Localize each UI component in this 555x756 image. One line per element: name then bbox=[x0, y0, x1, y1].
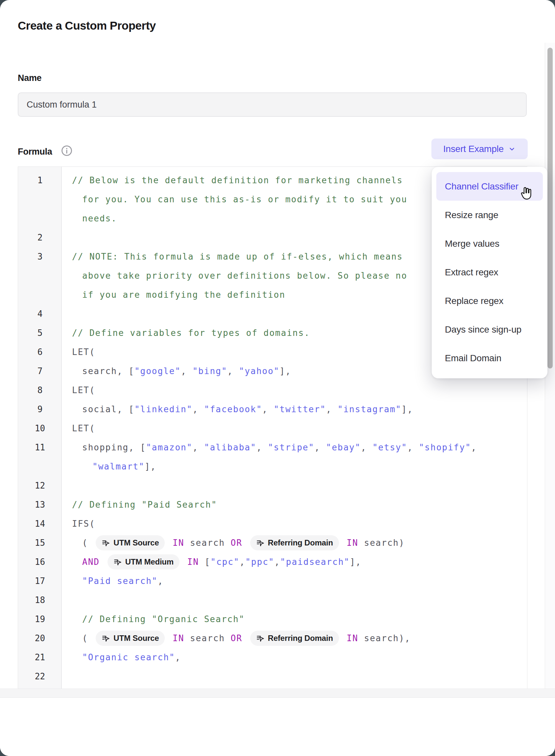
code-text: ], bbox=[401, 404, 413, 414]
token-chip-referring-domain[interactable]: Referring Domain bbox=[250, 631, 339, 646]
code-comment: above take priority over definitions bel… bbox=[82, 271, 408, 281]
code-string: "cpc" bbox=[210, 557, 239, 567]
line-number: 18 bbox=[18, 595, 62, 605]
code-text: , bbox=[193, 404, 204, 414]
line-number: 22 bbox=[18, 671, 62, 681]
menu-item-days-since-sign-up[interactable]: Days since sign-up bbox=[436, 315, 543, 344]
token-chip-utm-source[interactable]: UTM Source bbox=[96, 631, 165, 646]
code-row: 14IFS( bbox=[18, 514, 527, 533]
code-text bbox=[242, 538, 248, 548]
code-string: "instagram" bbox=[338, 404, 401, 414]
line-number: 17 bbox=[18, 576, 62, 586]
code-comment: for you. You can use this as-is or modif… bbox=[82, 194, 408, 204]
code-string: "linkedin" bbox=[134, 404, 193, 414]
code-row: 13// Defining "Paid Search" bbox=[18, 495, 527, 514]
code-comment: if you are modifying the definition bbox=[82, 290, 285, 300]
code-row: 19// Defining "Organic Search" bbox=[18, 609, 527, 629]
menu-item-extract-regex[interactable]: Extract regex bbox=[436, 258, 543, 286]
code-keyword: AND bbox=[82, 557, 100, 567]
token-chip-utm-source[interactable]: UTM Source bbox=[96, 535, 165, 550]
code-row: 12 bbox=[18, 476, 527, 495]
code-row: 9social, ["linkedin", "facebook", "twitt… bbox=[18, 400, 527, 419]
code-text: , bbox=[408, 442, 419, 452]
hand-cursor-icon bbox=[519, 186, 534, 201]
line-number: 6 bbox=[18, 347, 62, 357]
field-token-icon bbox=[114, 558, 122, 566]
line-number: 12 bbox=[18, 481, 62, 490]
formula-label: Formula bbox=[18, 147, 52, 157]
menu-item-merge-values[interactable]: Merge values bbox=[436, 229, 543, 258]
code-text: search bbox=[184, 538, 230, 548]
token-chip-utm-medium[interactable]: UTM Medium bbox=[108, 554, 179, 569]
menu-item-resize-range[interactable]: Resize range bbox=[436, 201, 543, 229]
code-string: "Paid search" bbox=[82, 576, 158, 586]
code-text: [ bbox=[199, 557, 210, 567]
screen: Create a Custom Property Name Formula In… bbox=[0, 0, 555, 756]
code-comment: // NOTE: This formula is made up of if-e… bbox=[72, 252, 403, 262]
editor-bottom-strip bbox=[0, 688, 555, 698]
code-text: social, [ bbox=[82, 404, 134, 414]
line-number: 20 bbox=[18, 633, 62, 643]
code-string: "paidsearch" bbox=[280, 557, 350, 567]
code-text: LET( bbox=[72, 347, 95, 357]
code-row: 21"Organic search", bbox=[18, 648, 527, 667]
code-keyword: OR bbox=[231, 633, 242, 643]
code-text: LET( bbox=[72, 385, 95, 395]
field-token-icon bbox=[101, 634, 110, 642]
line-number: 2 bbox=[18, 233, 62, 242]
code-text: LET( bbox=[72, 424, 95, 433]
code-comment: // Defining "Paid Search" bbox=[72, 500, 217, 510]
code-row: 16AND UTM Medium IN ["cpc","ppc","paidse… bbox=[18, 552, 527, 571]
code-text: , bbox=[274, 557, 280, 567]
line-number: 13 bbox=[18, 500, 62, 510]
code-row: 11shopping, ["amazon", "alibaba", "strip… bbox=[18, 438, 527, 457]
token-chip-label: UTM Medium bbox=[125, 557, 174, 566]
code-string: "amazon" bbox=[146, 442, 193, 452]
code-comment: // Define variables for types of domains… bbox=[72, 328, 310, 338]
code-string: "twitter" bbox=[274, 404, 326, 414]
code-text bbox=[242, 633, 248, 643]
token-chip-label: Referring Domain bbox=[268, 634, 333, 643]
token-chip-referring-domain[interactable]: Referring Domain bbox=[250, 535, 339, 550]
code-text: ], bbox=[350, 557, 361, 567]
code-string: "etsy" bbox=[373, 442, 408, 452]
code-string: "alibaba" bbox=[204, 442, 256, 452]
code-text: , bbox=[314, 442, 326, 452]
code-text: ( bbox=[82, 538, 94, 548]
code-row: 17"Paid search", bbox=[18, 571, 527, 591]
code-text: search bbox=[184, 633, 230, 643]
code-text: search) bbox=[358, 538, 405, 548]
vertical-scrollbar-thumb[interactable] bbox=[547, 48, 553, 368]
insert-example-button[interactable]: Insert Example bbox=[431, 138, 528, 159]
code-row: 20( UTM Source IN search OR Referring Do… bbox=[18, 629, 527, 648]
code-text bbox=[100, 557, 105, 567]
line-number: 10 bbox=[18, 424, 62, 433]
token-chip-label: UTM Source bbox=[114, 538, 159, 548]
line-number: 19 bbox=[18, 614, 62, 624]
code-string: "ppc" bbox=[245, 557, 274, 567]
name-input[interactable] bbox=[18, 92, 527, 117]
code-row: 18 bbox=[18, 591, 527, 609]
info-circle-icon[interactable] bbox=[61, 145, 73, 157]
name-label: Name bbox=[18, 73, 41, 83]
insert-example-label: Insert Example bbox=[443, 144, 504, 154]
code-text: search, [ bbox=[82, 366, 134, 376]
menu-item-replace-regex[interactable]: Replace regex bbox=[436, 286, 543, 315]
menu-item-email-domain[interactable]: Email Domain bbox=[436, 344, 543, 372]
line-number: 9 bbox=[18, 404, 62, 414]
code-text: , bbox=[227, 366, 239, 376]
code-text: IFS( bbox=[72, 519, 95, 529]
token-chip-label: UTM Source bbox=[114, 634, 159, 643]
code-text: search), bbox=[358, 633, 411, 643]
code-keyword: IN bbox=[181, 557, 199, 567]
code-string: "bing" bbox=[193, 366, 227, 376]
code-keyword: IN bbox=[341, 633, 358, 643]
line-number: 5 bbox=[18, 328, 62, 338]
code-text: , bbox=[158, 576, 164, 586]
code-string: "shopify" bbox=[419, 442, 471, 452]
code-text: , bbox=[193, 442, 204, 452]
dialog-footer: Save Cancel Apply bbox=[0, 698, 555, 756]
code-string: "facebook" bbox=[204, 404, 262, 414]
code-text: , bbox=[326, 404, 338, 414]
code-string: "google" bbox=[134, 366, 181, 376]
